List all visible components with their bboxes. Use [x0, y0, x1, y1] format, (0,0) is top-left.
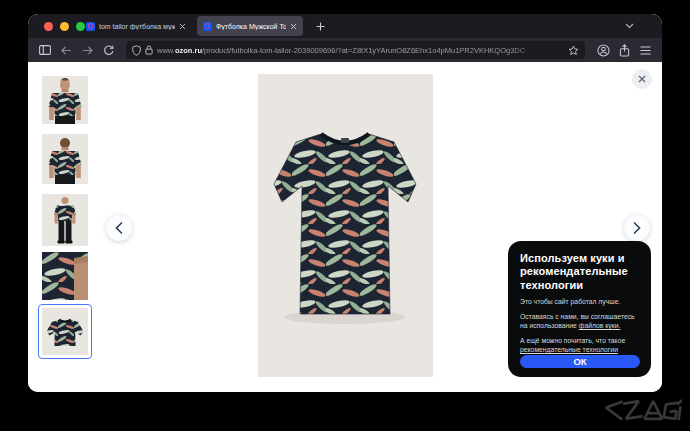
chevron-right-icon [633, 222, 641, 234]
forward-button[interactable] [78, 41, 96, 59]
close-icon [638, 75, 646, 83]
sidebar-toggle-button[interactable] [36, 41, 54, 59]
share-icon [619, 44, 630, 57]
arrow-left-icon [61, 46, 72, 55]
tab-title: Футболка Мужской Tom Tailor [216, 23, 286, 30]
ozon-favicon [203, 22, 212, 31]
list-all-tabs-button[interactable] [622, 19, 636, 33]
cookie-dialog-title: Используем куки и рекомендательные техно… [520, 252, 640, 292]
tab-product-page[interactable]: Футболка Мужской Tom Tailor [197, 16, 303, 36]
previous-image-button[interactable] [106, 215, 132, 241]
dzagi-logo-icon [602, 397, 682, 423]
tab-close-icon[interactable] [290, 23, 297, 30]
chevron-left-icon [115, 222, 123, 234]
window-controls [44, 22, 85, 31]
main-product-image [258, 74, 433, 377]
lock-icon [145, 45, 153, 55]
next-image-button[interactable] [624, 215, 650, 241]
close-window-button[interactable] [44, 22, 53, 31]
url-prefix: www. [157, 46, 175, 55]
back-button[interactable] [57, 41, 75, 59]
tshirt-photo [258, 74, 433, 377]
tab-title: tom tailor футболка мужская - [99, 23, 175, 30]
plus-icon [316, 22, 325, 31]
thumbnail-flat-lay-selected[interactable] [38, 304, 92, 359]
thumbnail-model-full-length[interactable] [42, 194, 88, 246]
tracking-shield-icon [132, 45, 141, 56]
account-button[interactable] [594, 41, 612, 59]
account-icon [597, 44, 610, 57]
menu-button[interactable] [636, 41, 654, 59]
thumbnail-model-back[interactable] [42, 134, 88, 184]
tab-search-results[interactable]: tom tailor футболка мужская - [80, 16, 192, 36]
arrow-right-icon [82, 46, 93, 55]
url-path: /product/futbolka-tom-tailor-2039009696/… [202, 46, 525, 55]
new-tab-button[interactable] [312, 18, 328, 34]
url-bar[interactable]: www.ozon.ru/product/futbolka-tom-tailor-… [126, 41, 585, 59]
ozon-favicon [86, 22, 95, 31]
close-gallery-button[interactable] [632, 69, 652, 89]
thumbnail-fabric-detail[interactable] [42, 252, 88, 300]
navigation-toolbar: www.ozon.ru/product/futbolka-tom-tailor-… [28, 38, 662, 62]
recommendation-tech-link[interactable]: рекомендательные технологии [520, 346, 618, 353]
cookie-text-line3: А ещё можно почитать, что такое рекоменд… [520, 336, 640, 355]
cookie-text-line2: Оставаясь с нами, вы соглашаетесь на исп… [520, 312, 640, 331]
url-text: www.ozon.ru/product/futbolka-tom-tailor-… [157, 46, 564, 55]
hamburger-menu-icon [640, 46, 651, 55]
reload-icon [103, 45, 114, 56]
share-button[interactable] [615, 41, 633, 59]
cookie-files-link[interactable]: файлов куки. [579, 322, 621, 329]
minimize-window-button[interactable] [60, 22, 69, 31]
thumbnail-model-front[interactable] [42, 76, 88, 124]
tab-bar: tom tailor футболка мужская - Футболка М… [28, 14, 662, 38]
chevron-down-icon [625, 23, 634, 29]
desktop: tom tailor футболка мужская - Футболка М… [0, 0, 690, 431]
tab-close-icon[interactable] [179, 23, 186, 30]
cookie-ok-button[interactable]: ОК [520, 355, 640, 368]
sidebar-icon [39, 45, 51, 55]
url-domain: ozon.ru [175, 46, 202, 55]
cookie-consent-dialog: Используем куки и рекомендательные техно… [508, 241, 651, 377]
watermark-logo [602, 397, 682, 427]
bookmark-star-icon[interactable] [568, 45, 579, 56]
browser-window: tom tailor футболка мужская - Футболка М… [28, 14, 662, 392]
product-gallery-lightbox: Используем куки и рекомендательные техно… [28, 62, 662, 392]
reload-button[interactable] [99, 41, 117, 59]
cookie-text-line1: Это чтобы сайт работал лучше. [520, 297, 640, 307]
